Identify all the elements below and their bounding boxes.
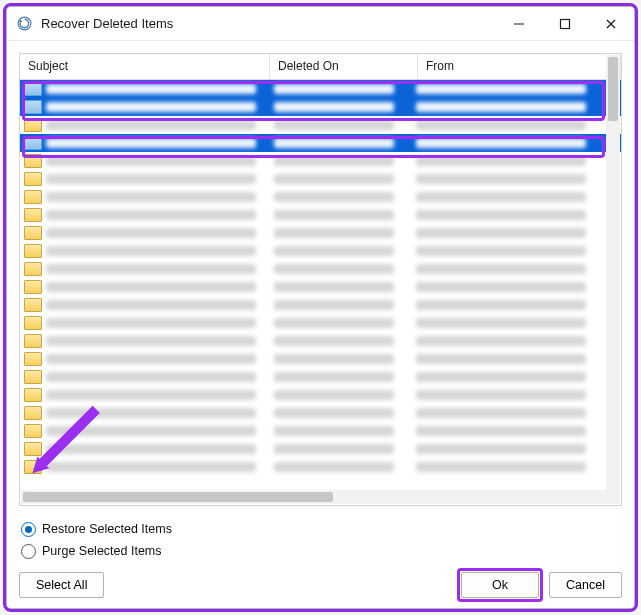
annotation-ok-highlight: Ok <box>461 572 539 598</box>
title-bar: Recover Deleted Items <box>7 7 634 41</box>
maximize-button[interactable] <box>542 7 588 41</box>
table-row[interactable] <box>20 350 621 368</box>
vertical-scrollbar[interactable] <box>606 55 620 504</box>
mail-icon <box>24 298 42 312</box>
cell-subject <box>46 408 256 418</box>
table-row[interactable] <box>20 368 621 386</box>
cell-deleted-on <box>274 462 394 472</box>
mail-icon <box>24 118 42 132</box>
horizontal-scroll-thumb[interactable] <box>23 492 333 502</box>
cell-from <box>416 282 586 292</box>
header-subject[interactable]: Subject <box>20 54 270 79</box>
table-row[interactable] <box>20 134 621 152</box>
cell-from <box>416 120 586 130</box>
purge-selected-radio[interactable]: Purge Selected Items <box>21 540 622 562</box>
table-row[interactable] <box>20 80 621 98</box>
cell-from <box>416 246 586 256</box>
cell-subject <box>46 174 256 184</box>
recover-deleted-items-dialog: Recover Deleted Items Subject Deleted On… <box>6 6 635 609</box>
cell-subject <box>46 210 256 220</box>
column-headers[interactable]: Subject Deleted On From <box>20 54 621 80</box>
header-from[interactable]: From <box>418 54 621 79</box>
cell-from <box>416 408 586 418</box>
table-row[interactable] <box>20 278 621 296</box>
mail-icon <box>24 370 42 384</box>
table-row[interactable] <box>20 332 621 350</box>
table-row[interactable] <box>20 314 621 332</box>
horizontal-scrollbar[interactable] <box>21 490 606 504</box>
table-row[interactable] <box>20 98 621 116</box>
cancel-button[interactable]: Cancel <box>549 572 622 598</box>
close-button[interactable] <box>588 7 634 41</box>
cell-subject <box>46 138 256 148</box>
cell-subject <box>46 444 256 454</box>
table-row[interactable] <box>20 296 621 314</box>
table-row[interactable] <box>20 404 621 422</box>
cell-from <box>416 390 586 400</box>
cell-subject <box>46 120 256 130</box>
cell-subject <box>46 426 256 436</box>
cell-deleted-on <box>274 138 394 148</box>
cell-from <box>416 102 586 112</box>
mail-icon <box>24 424 42 438</box>
cell-from <box>416 372 586 382</box>
cell-from <box>416 444 586 454</box>
mail-icon <box>24 442 42 456</box>
cell-deleted-on <box>274 408 394 418</box>
cell-subject <box>46 246 256 256</box>
header-deleted-on[interactable]: Deleted On <box>270 54 418 79</box>
mail-icon <box>24 352 42 366</box>
table-row[interactable] <box>20 152 621 170</box>
table-row[interactable] <box>20 206 621 224</box>
cell-deleted-on <box>274 336 394 346</box>
table-row[interactable] <box>20 440 621 458</box>
cell-from <box>416 228 586 238</box>
restore-selected-radio[interactable]: Restore Selected Items <box>21 518 622 540</box>
cell-subject <box>46 156 256 166</box>
table-row[interactable] <box>20 224 621 242</box>
vertical-scroll-thumb[interactable] <box>608 57 618 121</box>
table-row[interactable] <box>20 260 621 278</box>
radio-label: Purge Selected Items <box>42 544 162 558</box>
radio-icon <box>21 544 36 559</box>
table-row[interactable] <box>20 458 621 476</box>
table-row[interactable] <box>20 116 621 134</box>
mail-icon <box>24 388 42 402</box>
cell-deleted-on <box>274 300 394 310</box>
table-row[interactable] <box>20 242 621 260</box>
mail-icon <box>24 334 42 348</box>
ok-button[interactable]: Ok <box>461 572 539 598</box>
dialog-button-row: Select All Ok Cancel <box>19 562 622 598</box>
cell-subject <box>46 192 256 202</box>
cell-subject <box>46 264 256 274</box>
table-row[interactable] <box>20 170 621 188</box>
cell-deleted-on <box>274 282 394 292</box>
cell-from <box>416 300 586 310</box>
table-row[interactable] <box>20 386 621 404</box>
cell-deleted-on <box>274 102 394 112</box>
cell-deleted-on <box>274 84 394 94</box>
select-all-button[interactable]: Select All <box>19 572 104 598</box>
mail-icon <box>24 172 42 186</box>
list-rows[interactable] <box>20 80 621 476</box>
mail-icon <box>24 262 42 276</box>
svg-rect-1 <box>561 19 570 28</box>
minimize-button[interactable] <box>496 7 542 41</box>
cell-subject <box>46 462 256 472</box>
table-row[interactable] <box>20 422 621 440</box>
cell-deleted-on <box>274 444 394 454</box>
cell-from <box>416 354 586 364</box>
mail-icon <box>24 280 42 294</box>
cell-from <box>416 138 586 148</box>
cell-subject <box>46 354 256 364</box>
cell-from <box>416 336 586 346</box>
mail-icon <box>24 82 42 96</box>
cell-from <box>416 264 586 274</box>
cell-subject <box>46 318 256 328</box>
action-radio-group: Restore Selected Items Purge Selected It… <box>19 518 622 562</box>
table-row[interactable] <box>20 188 621 206</box>
mail-icon <box>24 154 42 168</box>
items-list[interactable]: Subject Deleted On From <box>19 53 622 506</box>
cell-subject <box>46 300 256 310</box>
cell-deleted-on <box>274 210 394 220</box>
